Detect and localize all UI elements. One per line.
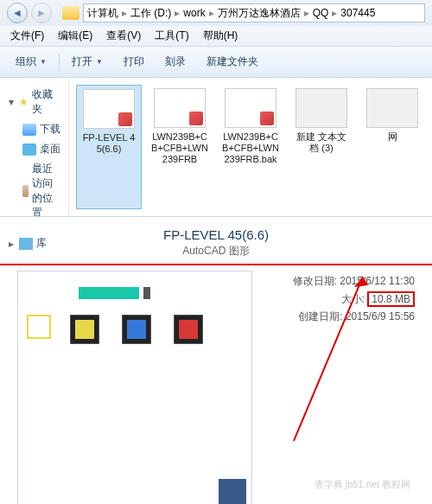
- menu-view[interactable]: 查看(V): [99, 27, 148, 45]
- sidebar-downloads[interactable]: 下载: [7, 119, 61, 139]
- menu-edit[interactable]: 编辑(E): [51, 27, 99, 45]
- preview-title: FP-LEVEL 45(6.6): [17, 227, 415, 242]
- preview-subtitle: AutoCAD 图形: [17, 244, 415, 258]
- menubar: 文件(F) 编辑(E) 查看(V) 工具(T) 帮助(H): [0, 26, 432, 47]
- star-icon: ★: [19, 96, 29, 108]
- chevron-right-icon: ▸: [304, 7, 309, 19]
- breadcrumb-item[interactable]: 万州万达逸林酒店: [218, 6, 301, 21]
- sidebar-label: 桌面: [40, 142, 60, 156]
- chevron-down-icon: ▼: [40, 58, 47, 66]
- recent-icon: [22, 185, 29, 197]
- breadcrumb[interactable]: 计算机▸ 工作 (D:)▸ work▸ 万州万达逸林酒店▸ QQ▸ 307445: [83, 3, 425, 22]
- sidebar: ▾ ★ 收藏夹 下载 桌面 最近访问的位置 ▸ 库: [0, 78, 69, 216]
- separator-icon: [59, 54, 60, 71]
- file-item[interactable]: LWN239B+CB+CFB+LWN239FRB.bak: [218, 85, 283, 209]
- file-thumbnail-icon: [225, 88, 276, 128]
- sidebar-label: 最近访问的位置: [32, 162, 61, 220]
- preview-metadata: 修改日期: 2015/6/12 11:30 大小: 10.8 MB 创建日期: …: [270, 271, 415, 504]
- meta-label: 大小:: [341, 293, 365, 305]
- menu-help[interactable]: 帮助(H): [196, 27, 245, 45]
- sidebar-favorites[interactable]: ▾ ★ 收藏夹: [7, 85, 61, 119]
- file-name: 新建 文本文档 (3): [292, 131, 351, 154]
- sidebar-label: 下载: [40, 122, 60, 137]
- breadcrumb-item[interactable]: 307445: [340, 7, 375, 19]
- open-button[interactable]: 打开 ▼: [63, 51, 111, 73]
- download-icon: [22, 124, 36, 136]
- organize-button[interactable]: 组织 ▼: [7, 51, 55, 73]
- chevron-right-icon: ▸: [122, 7, 127, 19]
- autocad-icon: [219, 479, 246, 504]
- nav-back-button[interactable]: ◄: [7, 3, 28, 23]
- arrow-right-icon: ►: [36, 7, 47, 19]
- file-name: 网: [388, 131, 397, 143]
- preview-thumbnail: [17, 271, 252, 504]
- meta-value: 2015/6/12 11:30: [340, 275, 415, 287]
- nav-forward-button[interactable]: ►: [31, 3, 52, 23]
- sidebar-recent[interactable]: 最近访问的位置: [7, 159, 61, 223]
- folder-icon: [62, 6, 79, 20]
- menu-file[interactable]: 文件(F): [3, 27, 51, 45]
- watermark: 查字典 jb51.net 教程网: [314, 478, 410, 491]
- desktop-icon: [22, 144, 36, 156]
- file-thumbnail-icon: [83, 89, 135, 129]
- file-item[interactable]: FP-LEVEL 45(6.6): [76, 85, 142, 209]
- file-thumbnail-icon: [154, 88, 206, 128]
- file-name: LWN239B+CB+CFB+LWN239FRB: [150, 131, 209, 165]
- new-folder-button[interactable]: 新建文件夹: [198, 51, 267, 73]
- file-item[interactable]: LWN239B+CB+CFB+LWN239FRB: [147, 85, 213, 209]
- caret-down-icon: ▾: [7, 96, 16, 108]
- file-item[interactable]: 网: [359, 85, 425, 209]
- meta-label: 修改日期:: [293, 275, 337, 287]
- print-button[interactable]: 打印: [115, 51, 153, 73]
- preview-pane: FP-LEVEL 45(6.6) AutoCAD 图形 修改日期: 2015/6…: [0, 216, 432, 504]
- chevron-down-icon: ▼: [96, 58, 103, 66]
- chevron-right-icon: ▸: [332, 7, 337, 19]
- burn-button[interactable]: 刻录: [156, 51, 194, 73]
- chevron-right-icon: ▸: [209, 7, 214, 19]
- meta-value: 2015/6/9 15:56: [346, 310, 415, 322]
- meta-label: 创建日期:: [298, 310, 342, 322]
- annotation-line: [0, 264, 432, 265]
- sidebar-desktop[interactable]: 桌面: [7, 139, 61, 159]
- toolbar: 组织 ▼ 打开 ▼ 打印 刻录 新建文件夹: [0, 47, 432, 78]
- file-list: FP-LEVEL 45(6.6) LWN239B+CB+CFB+LWN239FR…: [69, 78, 432, 216]
- file-thumbnail-icon: [295, 88, 347, 128]
- file-name: FP-LEVEL 45(6.6): [80, 132, 137, 155]
- file-name: LWN239B+CB+CFB+LWN239FRB.bak: [221, 131, 280, 165]
- file-thumbnail-icon: [366, 88, 418, 128]
- breadcrumb-item[interactable]: QQ: [313, 7, 329, 19]
- file-item[interactable]: 新建 文本文档 (3): [289, 85, 354, 209]
- sidebar-label: 收藏夹: [32, 87, 61, 117]
- size-highlight: 10.8 MB: [367, 291, 415, 307]
- breadcrumb-item[interactable]: 计算机: [87, 6, 118, 21]
- arrow-left-icon: ◄: [12, 7, 22, 19]
- chevron-right-icon: ▸: [175, 7, 180, 19]
- menu-tools[interactable]: 工具(T): [148, 27, 195, 45]
- breadcrumb-item[interactable]: 工作 (D:): [130, 6, 171, 21]
- breadcrumb-item[interactable]: work: [183, 7, 205, 19]
